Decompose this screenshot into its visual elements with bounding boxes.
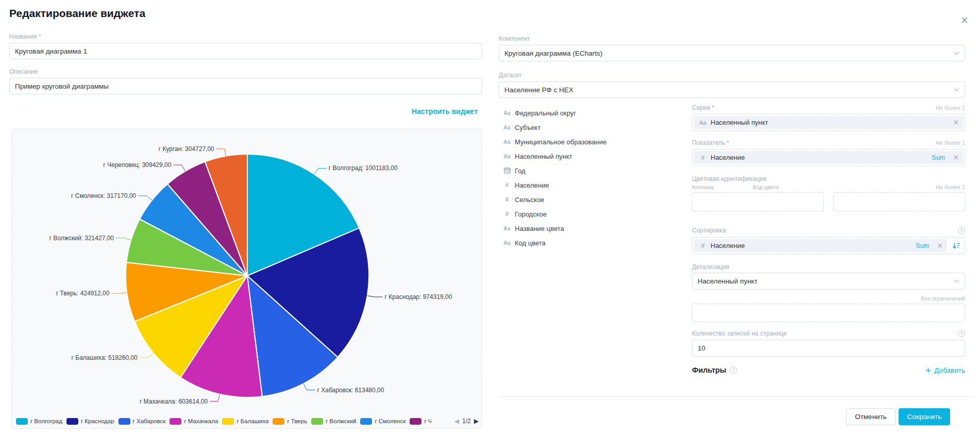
field-label: Название цвета xyxy=(515,225,564,232)
legend-label: г Краснодар xyxy=(81,418,114,424)
text-icon: Аа xyxy=(503,139,511,145)
add-filter-button[interactable]: Добавить xyxy=(925,366,965,374)
field-label: Муниципальное образование xyxy=(515,138,606,146)
legend-pager: ◀ 1/2 ▶ xyxy=(452,418,479,425)
legend-page-indicator: 1/2 xyxy=(462,418,471,425)
series-label-row: Серия * Не более 1 xyxy=(692,104,965,111)
description-input[interactable] xyxy=(9,78,482,94)
aggregation-badge[interactable]: Sum xyxy=(932,154,945,161)
field-label: Население xyxy=(515,181,549,189)
dataset-field-item[interactable]: АаНазвание цвета xyxy=(503,221,688,236)
legend-item[interactable]: г Балашиха xyxy=(222,418,268,425)
legend-item[interactable]: г Махачкала xyxy=(170,418,218,425)
dataset-field-item[interactable]: АаФедеральный округ xyxy=(503,106,688,120)
help-icon[interactable]: ? xyxy=(958,330,965,337)
page-size-input[interactable] xyxy=(692,340,965,357)
name-label: Название * xyxy=(9,33,482,40)
extra-limit-row: Без ограничений xyxy=(692,295,965,302)
name-input[interactable] xyxy=(9,43,482,59)
series-dropzone[interactable]: Аа Населенный пункт xyxy=(692,114,965,131)
remove-icon[interactable] xyxy=(938,243,942,248)
dataset-field-item[interactable]: #Городское xyxy=(503,207,688,221)
field-label: Код цвета xyxy=(515,239,546,247)
pie-label: г Краснодар: 974319,00 xyxy=(385,293,452,301)
add-filter-label: Добавить xyxy=(934,366,965,374)
filters-label: Фильтры xyxy=(692,366,726,374)
legend-item[interactable]: г Тверь xyxy=(273,418,307,425)
pie-label: г Волгоград: 1001183,00 xyxy=(329,164,398,172)
component-select[interactable]: Круговая диаграмма (ECharts) xyxy=(499,45,965,61)
metric-chip[interactable]: # Население Sum xyxy=(694,151,963,164)
metric-dropzone[interactable]: # Население Sum xyxy=(692,149,965,166)
close-icon[interactable]: ✕ xyxy=(957,13,972,28)
legend-item[interactable]: г Волжский xyxy=(311,418,356,425)
legend-swatch xyxy=(360,418,372,425)
chart-legend: г Волгоградг Краснодарг Хабаровскг Махач… xyxy=(16,418,479,425)
legend-swatch xyxy=(273,418,284,425)
sort-descending-icon[interactable] xyxy=(950,242,963,249)
legend-swatch xyxy=(170,418,181,425)
dataset-field-item[interactable]: АаСубъект xyxy=(503,120,688,135)
legend-item[interactable]: г Волгоград xyxy=(16,418,62,425)
help-icon[interactable]: ? xyxy=(730,366,737,374)
calendar-icon xyxy=(503,167,511,175)
dataset-select[interactable]: Население РФ с HEX xyxy=(499,81,965,98)
save-button[interactable]: Сохранить xyxy=(899,408,950,425)
legend-item[interactable]: г Краснодар xyxy=(66,418,114,425)
legend-prev-icon[interactable]: ◀ xyxy=(454,418,459,425)
component-value: Круговая диаграмма (ECharts) xyxy=(504,49,602,57)
dialog-title: Редактирование виджета xyxy=(9,7,145,20)
legend-swatch xyxy=(410,418,421,425)
sorting-dropzone[interactable]: # Население Sum xyxy=(692,237,965,254)
remove-icon[interactable] xyxy=(954,155,958,160)
description-field-group: Описание xyxy=(9,68,482,94)
color-ident-label: Цветовая идентификация xyxy=(692,175,766,182)
dataset-field-item[interactable]: #Сельское xyxy=(503,192,688,207)
legend-items: г Волгоградг Краснодарг Хабаровскг Махач… xyxy=(16,418,431,425)
dataset-field-item[interactable]: #Население xyxy=(503,178,688,192)
pie-label-line xyxy=(140,353,154,358)
legend-next-icon[interactable]: ▶ xyxy=(474,418,479,425)
page-size-label: Количество записей на странице xyxy=(692,330,787,337)
color-code-label: Код цвета xyxy=(723,184,779,190)
help-icon[interactable]: ? xyxy=(958,227,965,234)
color-column-dropzone[interactable] xyxy=(692,192,824,211)
cancel-button[interactable]: Отменить xyxy=(846,408,895,425)
sorting-label-row: Сортировка ? xyxy=(692,227,965,234)
series-chip[interactable]: Аа Населенный пункт xyxy=(694,116,963,129)
metric-chip-label: Население xyxy=(711,154,745,161)
dataset-field-item[interactable]: Год xyxy=(503,163,688,178)
detail-select[interactable]: Населенный пункт xyxy=(692,273,965,290)
sorting-label: Сортировка xyxy=(692,227,726,234)
name-field-group: Название * xyxy=(9,33,482,59)
configure-widget-link[interactable]: Настроить виджет xyxy=(9,107,478,115)
remove-icon[interactable] xyxy=(954,120,958,125)
legend-label: г Ч xyxy=(424,418,431,424)
pie-label: г Череповец: 309429,00 xyxy=(103,161,171,169)
pie-label: г Волжский: 321427,00 xyxy=(49,235,114,242)
dataset-field-item[interactable]: АаНаселенный пункт xyxy=(503,149,688,163)
field-label: Федеральный округ xyxy=(515,109,576,117)
metric-limit-hint: Не более 1 xyxy=(936,140,965,146)
dataset-value: Население РФ с HEX xyxy=(504,86,573,94)
legend-item[interactable]: г Смоленск xyxy=(360,418,405,425)
field-label: Год xyxy=(515,167,526,175)
pie-label-line xyxy=(116,238,131,240)
text-icon: Аа xyxy=(503,225,511,231)
legend-item[interactable]: г Хабаровск xyxy=(119,418,166,425)
pie-label-line xyxy=(216,149,226,156)
dataset-field-item[interactable]: АаМуниципальное образование xyxy=(503,135,688,149)
dataset-field-item[interactable]: АаКод цвета xyxy=(503,236,688,250)
color-code-dropzone[interactable] xyxy=(833,192,965,211)
field-label: Сельское xyxy=(515,196,544,204)
pie-label: г Хабаровск: 613480,00 xyxy=(317,387,384,394)
legend-swatch xyxy=(311,418,323,425)
number-icon: # xyxy=(503,210,511,218)
legend-item[interactable]: г Ч xyxy=(410,418,431,425)
extra-dropzone[interactable] xyxy=(692,304,965,322)
color-ident-limit-hint: Не более 1 xyxy=(936,184,965,190)
aggregation-badge[interactable]: Sum xyxy=(916,242,929,249)
sorting-chip[interactable]: # Население Sum xyxy=(694,239,947,252)
color-column-label: Колонка xyxy=(692,184,714,190)
legend-label: г Волжский xyxy=(326,418,356,424)
